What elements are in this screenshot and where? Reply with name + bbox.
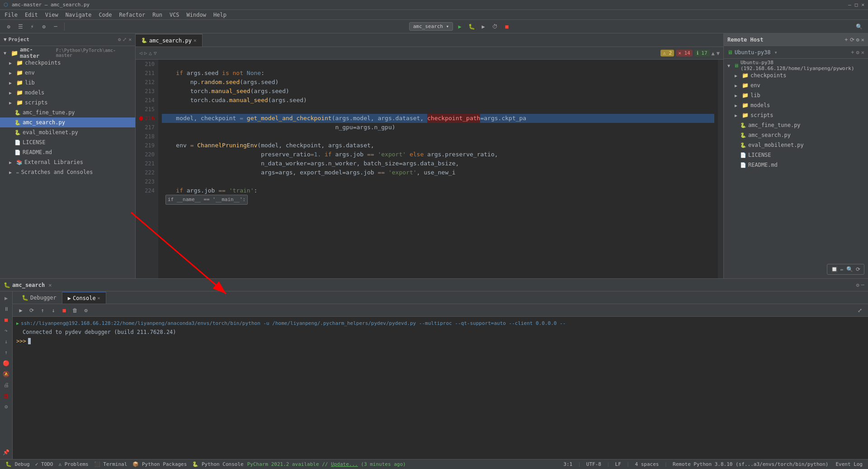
debug-close-tab[interactable]: ✕ [48, 282, 52, 288]
menu-run[interactable]: Run [150, 11, 165, 19]
run-button[interactable]: ▶ [455, 22, 465, 32]
tree-item-lib[interactable]: ▶ 📁 lib [0, 78, 135, 88]
nav-down-icon[interactable]: ▽ [154, 50, 157, 56]
status-indent[interactable]: 4 spaces [633, 461, 660, 467]
console-up-btn[interactable]: ↑ [38, 306, 47, 315]
rh-refresh-icon[interactable]: ⟳ [850, 37, 854, 43]
profile-button[interactable]: ⏱ [490, 22, 500, 32]
tree-item-scratches[interactable]: ▶ ✏️ Scratches and Consoles [0, 167, 135, 177]
console-tab-close[interactable]: ✕ [98, 295, 100, 300]
connection-dropdown[interactable]: ▾ [774, 49, 777, 56]
menu-window[interactable]: Window [184, 11, 209, 19]
status-position[interactable]: 3:1 [561, 461, 574, 467]
console-clear-btn[interactable]: 🗑 [71, 306, 80, 315]
run-config-selector[interactable]: amc_search ▾ [409, 22, 453, 31]
rtree-lib[interactable]: ▶ 📁 lib [724, 90, 868, 100]
status-terminal[interactable]: ⬛ Terminal [92, 461, 129, 467]
status-encoding[interactable]: UTF-8 [585, 461, 603, 467]
minimize-btn[interactable]: — [848, 2, 851, 8]
rh-close-icon[interactable]: ✕ [861, 37, 864, 43]
clear-btn[interactable]: 🗑 [1, 391, 11, 401]
toolbar-btn-5[interactable]: ─ [51, 22, 61, 32]
rtree-eval-mobilenet[interactable]: 🐍 eval_mobilenet.py [724, 140, 868, 150]
rtree-readme[interactable]: 📄 README.md [724, 160, 868, 170]
settings-btn[interactable]: ⚙ [1, 402, 11, 412]
tree-item-amc-fine-tune[interactable]: 🐍 amc_fine_tune.py [0, 108, 135, 117]
folded-region[interactable]: if __name__ == '__main__': [162, 195, 714, 204]
menu-vcs[interactable]: VCS [167, 11, 182, 19]
menu-code[interactable]: Code [96, 11, 115, 19]
update-text[interactable]: PyCharm 2021.2 available // Update... (3… [247, 461, 406, 467]
status-python-packages[interactable]: 📦 Python Packages [131, 461, 189, 467]
toolbar-btn-1[interactable]: ⚙ [4, 22, 14, 32]
rtree-checkpoints[interactable]: ▶ 📁 checkpoints [724, 70, 868, 80]
status-python-console[interactable]: 🐍 Python Console [190, 461, 245, 467]
tree-item-external-libs[interactable]: ▶ 📚 External Libraries [0, 157, 135, 167]
rtree-license[interactable]: 📄 LICENSE [724, 150, 868, 160]
project-gear-icon[interactable]: ⚙ [118, 37, 121, 42]
toolbar-btn-4[interactable]: ⚙ [39, 22, 49, 32]
debug-button[interactable]: 🐛 [467, 22, 476, 32]
error-badge[interactable]: ✕ 14 [676, 50, 693, 56]
connection-gear-icon[interactable]: ⚙ [856, 49, 859, 56]
connection-add-icon[interactable]: + [851, 49, 854, 56]
tree-root[interactable]: ▼ 📁 amc-master F:\Python\PyTorch\amc-mas… [0, 48, 135, 58]
menu-refactor[interactable]: Refactor [116, 11, 148, 19]
menu-navigate[interactable]: Navigate [63, 11, 94, 19]
console-reload-btn[interactable]: ⟳ [27, 306, 36, 315]
rtree-root[interactable]: ▼ 🖥 Ubuntu-py38 (192.168.66.128/home/liy… [724, 61, 868, 70]
editor-tab-amc-search[interactable]: 🐍 amc_search.py ✕ [136, 34, 203, 47]
menu-file[interactable]: File [2, 11, 20, 19]
step-out-btn[interactable]: ↑ [1, 347, 11, 357]
console-tab[interactable]: ▶ Console ✕ [62, 292, 106, 304]
nav-up-icon[interactable]: △ [149, 50, 152, 56]
status-interpreter[interactable]: Remote Python 3.8.10 (sf...a3/envs/torch… [671, 461, 830, 467]
rtree-env[interactable]: ▶ 📁 env [724, 80, 868, 90]
close-btn[interactable]: ✕ [861, 2, 864, 8]
toolbar-btn-2[interactable]: ☰ [15, 22, 25, 32]
menu-help[interactable]: Help [211, 11, 229, 19]
print-btn[interactable]: 🖨 [1, 380, 11, 390]
tree-item-models[interactable]: ▶ 📁 models [0, 88, 135, 98]
fold-collapse-icon[interactable]: ▼ [717, 50, 720, 56]
code-content[interactable]: if args.seed is not None: np.random.seed… [158, 60, 718, 278]
line-216-breakpoint[interactable]: 216 [139, 114, 155, 123]
fold-expand-icon[interactable]: ▲ [712, 50, 715, 56]
status-line-sep[interactable]: LF [613, 461, 623, 467]
console-prompt-line[interactable]: >>> [16, 337, 864, 346]
project-expand-icon[interactable]: ⤢ [123, 37, 127, 42]
tree-item-checkpoints[interactable]: ▶ 📁 checkpoints [0, 58, 135, 68]
status-debug[interactable]: 🐛 Debug [4, 461, 32, 467]
stop-button[interactable]: ■ [502, 22, 512, 32]
debug-gear-icon[interactable]: ⚙ [856, 282, 859, 288]
debugger-tab[interactable]: 🐛 Debugger [16, 292, 62, 304]
search-everywhere-btn[interactable]: 🔍 [854, 22, 864, 32]
remote-tool-3[interactable]: 🔍 [846, 266, 853, 272]
status-problems[interactable]: ⚠ Problems [57, 461, 90, 467]
toolbar-btn-3[interactable]: ⚡ [27, 22, 37, 32]
status-todo[interactable]: ✓ TODO [33, 461, 55, 467]
resume-btn[interactable]: ▶ [1, 293, 11, 303]
warning-badge[interactable]: ⚠ 2 [660, 50, 674, 56]
mute-brkpts-btn[interactable]: 🔕 [1, 369, 11, 379]
rtree-scripts[interactable]: ▶ 📁 scripts [724, 110, 868, 120]
remote-tool-2[interactable]: ✏ [840, 266, 844, 272]
remote-tool-1[interactable]: 🔲 [831, 266, 838, 272]
tree-item-license[interactable]: 📄 LICENSE [0, 137, 135, 147]
nav-right-icon[interactable]: ▷ [144, 50, 147, 56]
console-settings-btn[interactable]: ⚙ [81, 306, 90, 315]
status-event-log[interactable]: Event Log [834, 461, 864, 467]
maximize-btn[interactable]: □ [855, 2, 858, 8]
coverage-button[interactable]: ▶ [478, 22, 488, 32]
menu-view[interactable]: View [42, 11, 61, 19]
rtree-amc-search[interactable]: 🐍 amc_search.py [724, 130, 868, 140]
info-badge[interactable]: ℹ 17 [694, 50, 710, 56]
console-down-btn[interactable]: ↓ [49, 306, 58, 315]
tree-item-readme[interactable]: 📄 README.md [0, 147, 135, 157]
step-into-btn[interactable]: ↓ [1, 337, 11, 347]
debug-minimize-icon[interactable]: ─ [861, 282, 864, 288]
rtree-amc-fine-tune[interactable]: 🐍 amc_fine_tune.py [724, 120, 868, 130]
menu-edit[interactable]: Edit [22, 11, 41, 19]
console-output[interactable]: ▶ ssh://liyanpeng@192.168.66.128:22/home… [13, 317, 868, 459]
project-close-icon[interactable]: ✕ [128, 37, 132, 42]
